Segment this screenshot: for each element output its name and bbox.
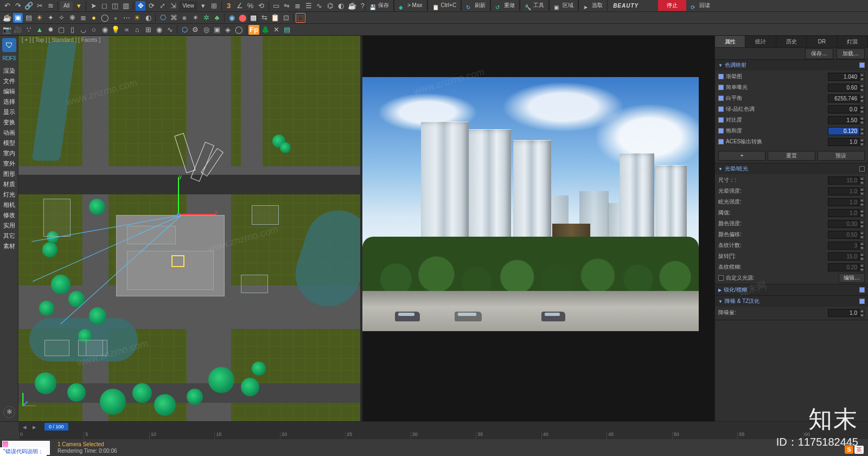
spinner[interactable]: ▲▼ [859, 242, 865, 250]
script3-icon[interactable]: ⎈ [180, 13, 189, 23]
sidebar-item-9[interactable]: 室外 [3, 160, 15, 168]
denoise-amount-value[interactable]: 1.0 [828, 309, 859, 317]
rotate-icon[interactable]: ⟳ [146, 1, 156, 11]
tone-chk-1[interactable] [718, 85, 724, 90]
window-crossing-icon[interactable]: ▥ [121, 1, 131, 11]
sidebar-item-11[interactable]: 材质 [3, 180, 15, 188]
error-code-label[interactable]: "错误代码说明： [0, 447, 47, 456]
tone-preset-button[interactable]: 预设 [818, 151, 865, 161]
unlink-icon[interactable]: ✂ [35, 1, 44, 11]
sidebar-item-6[interactable]: 动画 [3, 129, 15, 137]
section-sharpen-toggle[interactable] [859, 287, 865, 293]
script1-icon[interactable]: ⎔ [158, 13, 168, 23]
spinner[interactable]: ▲▼ [859, 263, 865, 271]
tone-value-1[interactable]: 0.60 [828, 84, 859, 92]
explode-icon[interactable]: ✸ [46, 25, 55, 35]
tone-value-5[interactable]: 0.120 [828, 127, 859, 135]
panel-save-button[interactable]: 保存… [805, 48, 833, 59]
panel-load-button[interactable]: 加载… [837, 48, 865, 59]
viewport-config-icon[interactable]: ✱ [3, 406, 15, 418]
target-icon[interactable]: ◎ [201, 25, 211, 35]
snap-3-icon[interactable]: 3 [224, 1, 234, 11]
tone-add-button[interactable]: + [718, 151, 765, 161]
gear2-icon[interactable]: ⚙ [190, 25, 200, 35]
time-ruler[interactable]: 051015202530354045505560 [18, 432, 868, 439]
list-icon[interactable]: ▤ [282, 25, 292, 35]
section-denoise-header[interactable]: ▼ 降噪 & TZ汉化 [715, 296, 868, 307]
section-tone-toggle[interactable] [859, 62, 865, 68]
spinner[interactable]: ▲▼ [859, 116, 865, 124]
bloom-value-1[interactable]: 1.0 [828, 187, 859, 195]
fish-icon[interactable]: ∝ [122, 25, 131, 35]
sidebar-item-15[interactable]: 实用 [3, 221, 15, 230]
placement-icon[interactable]: ⇲ [168, 1, 178, 11]
tree2-icon[interactable]: 🌲 [260, 25, 270, 35]
section-tone-header[interactable]: ▼ 色调映射 [715, 60, 868, 71]
section-denoise-toggle[interactable] [859, 299, 865, 304]
filter-flag-icon[interactable]: ▾ [74, 1, 84, 11]
page-icon[interactable]: ▯ [67, 25, 77, 35]
sidebar-item-0[interactable]: 渲染 [3, 67, 15, 75]
viewport-render[interactable]: [+ [362, 36, 714, 421]
rgb-icon[interactable]: ⬤ [238, 13, 247, 23]
section-bloom-header[interactable]: ▼ 光晕/眩光 [715, 163, 868, 174]
rtb-redo[interactable]: ↺重做 [490, 0, 520, 11]
arc-icon[interactable]: ◡ [78, 25, 88, 35]
viewport-label[interactable]: [ + ] [ Top ] [ Standard ] [ Facets ] [22, 37, 100, 43]
rtb-stop[interactable]: 停止 [658, 0, 686, 11]
sidebar-item-3[interactable]: 选择 [3, 98, 15, 106]
panel-tab-1[interactable]: 统计 [745, 36, 776, 47]
sidebar-item-2[interactable]: 编辑 [3, 87, 15, 96]
sidebar-item-1[interactable]: 文件 [3, 77, 15, 85]
render-setup-icon[interactable]: ☕ [347, 1, 357, 11]
sidebar-item-13[interactable]: 相机 [3, 201, 15, 209]
render-region-icon[interactable]: ▤ [24, 13, 34, 23]
timeline-prev-icon[interactable]: ◂ [20, 422, 29, 432]
spinner[interactable]: ▲▼ [859, 105, 865, 113]
rtb-roundtrip[interactable]: ⟳回读 [686, 0, 714, 11]
spinner[interactable]: ▲▼ [859, 209, 865, 217]
bloom-value-4[interactable]: 0.30 [828, 220, 859, 228]
moon-icon[interactable]: ◐ [143, 13, 153, 23]
angle-snap-icon[interactable]: ∠ [235, 1, 245, 11]
ime-lang[interactable]: 英 [854, 446, 864, 454]
bloom-value-7[interactable]: 15.0 [828, 252, 859, 261]
rtb-region[interactable]: ▣区域 [549, 0, 578, 11]
rtb-max[interactable]: ◆> Max [394, 0, 427, 11]
sun-icon[interactable]: ☀ [35, 13, 44, 23]
swap-icon[interactable]: ⇆ [259, 13, 269, 23]
tools-icon[interactable]: ✕ [271, 25, 281, 35]
bloom-custom-chk[interactable] [718, 275, 724, 281]
schematic-icon[interactable]: ⌬ [326, 1, 335, 11]
small-sphere-icon[interactable]: ∘ [111, 13, 120, 23]
forestpack-icon[interactable]: Fp [248, 25, 259, 35]
marquee-icon[interactable]: ◻ [99, 1, 109, 11]
channel-dropdown[interactable]: BEAUTY [613, 3, 639, 9]
bloom-value-8[interactable]: 0.20 [828, 263, 859, 271]
cam1-icon[interactable]: 📷 [2, 25, 12, 35]
sidebar-item-12[interactable]: 灯光 [3, 191, 15, 199]
lasso2-icon[interactable]: ◉ [154, 25, 164, 35]
ime-s-icon[interactable]: S [845, 445, 853, 454]
sun2-icon[interactable]: ☀ [132, 13, 142, 23]
wave-icon[interactable]: ∿ [165, 25, 175, 35]
lasso-icon[interactable]: ◫ [110, 1, 120, 11]
grid-icon[interactable]: ⊞ [143, 25, 153, 35]
bind-icon[interactable]: ≋ [46, 1, 55, 11]
globe-icon[interactable]: ◉ [227, 13, 237, 23]
spinner-snap-icon[interactable]: ⟲ [257, 1, 266, 11]
spinner[interactable]: ▲▼ [859, 309, 865, 317]
spinner[interactable]: ▲▼ [859, 94, 865, 103]
tone-value-6[interactable]: 1.0 [828, 138, 859, 146]
sidebar-item-16[interactable]: 其它 [3, 232, 15, 240]
layers-icon[interactable]: ≣ [78, 13, 88, 23]
script2-icon[interactable]: ⌘ [169, 13, 178, 23]
spinner[interactable]: ▲▼ [859, 73, 865, 81]
sidebar-item-8[interactable]: 室内 [3, 149, 15, 157]
panel-tab-0[interactable]: 属性 [715, 36, 745, 47]
grass-icon[interactable]: ♣ [212, 13, 222, 23]
box2-icon[interactable]: ▣ [212, 25, 222, 35]
light1-icon[interactable]: ✦ [46, 13, 55, 23]
tone-reset-button[interactable]: 重置 [768, 151, 815, 161]
redo-icon[interactable]: ↷ [13, 1, 23, 11]
